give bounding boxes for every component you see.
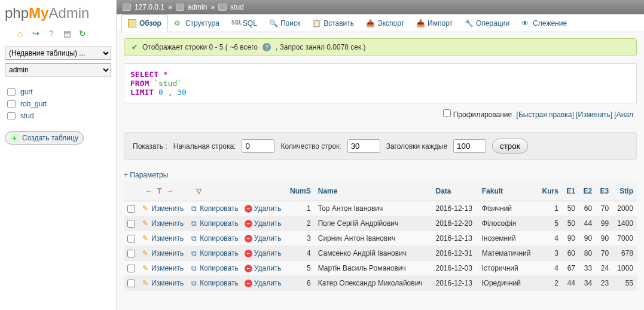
rows-button[interactable]: строк bbox=[492, 139, 527, 154]
delete-action[interactable]: –Удалить bbox=[245, 279, 282, 287]
cell-e2: 34 bbox=[579, 276, 596, 291]
create-table-button[interactable]: + Создать таблицу bbox=[5, 131, 84, 145]
col-fakult[interactable]: Fakult bbox=[478, 182, 538, 201]
cell-kurs: 5 bbox=[537, 216, 561, 231]
tab-insert[interactable]: Вставить bbox=[306, 14, 360, 32]
cell-e3: 23 bbox=[596, 276, 612, 291]
sort-left-icon[interactable]: ← bbox=[145, 187, 152, 195]
sql-icon[interactable]: ▤ bbox=[62, 29, 72, 38]
tab-tracking[interactable]: Слежение bbox=[515, 14, 573, 32]
sql-query: SELECT * FROM `stud` LIMIT 0 , 30 bbox=[124, 63, 637, 103]
headers-every-input[interactable] bbox=[453, 139, 486, 153]
delete-icon: – bbox=[245, 205, 252, 213]
cell-e3: 99 bbox=[596, 216, 612, 231]
bc-host[interactable]: 127.0.0.1 bbox=[135, 3, 164, 11]
database-select[interactable]: admin bbox=[5, 63, 111, 76]
cell-data: 2016-12-13 bbox=[432, 231, 478, 246]
edit-action[interactable]: ✎Изменить bbox=[141, 264, 184, 272]
tab-sql[interactable]: SQLSQL bbox=[225, 14, 263, 32]
copy-action[interactable]: ⧉Копировать bbox=[190, 204, 239, 213]
tab-operations[interactable]: Операции bbox=[459, 14, 515, 32]
copy-action[interactable]: ⧉Копировать bbox=[190, 264, 239, 272]
tab-structure[interactable]: Структура bbox=[168, 14, 225, 32]
help-icon[interactable]: ? bbox=[263, 43, 271, 51]
row-checkbox[interactable] bbox=[127, 205, 135, 213]
cell-stip: 1000 bbox=[612, 261, 637, 276]
col-kurs[interactable]: Kurs bbox=[537, 182, 561, 201]
logout-icon[interactable]: ↪ bbox=[31, 29, 41, 38]
success-message: ✔ Отображает строки 0 - 5 ( ~6 всего ? ,… bbox=[124, 38, 637, 56]
edit-link[interactable]: Изменить bbox=[578, 111, 611, 119]
help-icon[interactable]: ? bbox=[47, 29, 56, 38]
cell-e2: 80 bbox=[579, 246, 596, 261]
profiling-checkbox[interactable] bbox=[443, 109, 451, 117]
col-e1[interactable]: E1 bbox=[562, 182, 579, 201]
cell-data: 2016-12-13 bbox=[432, 201, 478, 216]
options-toggle[interactable]: + Параметры bbox=[124, 171, 637, 179]
plus-icon: + bbox=[10, 134, 19, 142]
row-checkbox[interactable] bbox=[127, 220, 135, 228]
tab-search[interactable]: Поиск bbox=[263, 14, 306, 32]
copy-action[interactable]: ⧉Копировать bbox=[190, 219, 239, 228]
cell-stip: 678 bbox=[612, 246, 637, 261]
bc-table[interactable]: stud bbox=[230, 3, 244, 11]
col-name[interactable]: Name bbox=[315, 182, 432, 201]
main: 127.0.0.1 » admin » stud Обзор Структура… bbox=[117, 0, 644, 310]
structure-icon bbox=[174, 19, 182, 27]
tree-item-rob-gurt[interactable]: rob_gurt bbox=[5, 98, 111, 110]
row-checkbox[interactable] bbox=[127, 250, 135, 257]
quick-edit-link[interactable]: Быстрая правка bbox=[518, 111, 572, 119]
delete-action[interactable]: –Удалить bbox=[245, 204, 282, 213]
col-data[interactable]: Data bbox=[432, 182, 478, 201]
edit-action[interactable]: ✎Изменить bbox=[141, 204, 184, 213]
start-row-input[interactable] bbox=[242, 139, 274, 153]
tree-item-stud[interactable]: stud bbox=[5, 110, 111, 122]
table-icon bbox=[218, 4, 227, 11]
cell-fakult: Історичний bbox=[478, 261, 538, 276]
delete-action[interactable]: –Удалить bbox=[245, 264, 282, 272]
row-checkbox[interactable] bbox=[127, 265, 135, 272]
row-checkbox[interactable] bbox=[127, 280, 135, 287]
reload-icon[interactable]: ↻ bbox=[78, 29, 87, 38]
delete-action[interactable]: –Удалить bbox=[245, 219, 282, 228]
delete-action[interactable]: –Удалить bbox=[245, 249, 282, 257]
search-icon bbox=[269, 19, 277, 27]
cell-kurs: 1 bbox=[537, 201, 561, 216]
copy-icon: ⧉ bbox=[190, 264, 198, 272]
data-table: ← T → ▽ NumS Name Data Fakult Kurs E1 E2 bbox=[124, 182, 637, 291]
edit-action[interactable]: ✎Изменить bbox=[141, 249, 184, 257]
cell-e1: 44 bbox=[562, 276, 579, 291]
cell-e1: 90 bbox=[562, 231, 579, 246]
tab-import[interactable]: Импорт bbox=[410, 14, 459, 32]
col-e2[interactable]: E2 bbox=[579, 182, 596, 201]
tree-item-gurt[interactable]: gurt bbox=[5, 86, 111, 98]
copy-action[interactable]: ⧉Копировать bbox=[190, 279, 239, 287]
copy-action[interactable]: ⧉Копировать bbox=[190, 234, 239, 243]
col-stip[interactable]: Stip bbox=[612, 182, 637, 201]
col-e3[interactable]: E3 bbox=[596, 182, 612, 201]
col-nums[interactable]: NumS bbox=[285, 182, 315, 201]
sort-indicator-icon[interactable]: ▽ bbox=[196, 187, 202, 195]
tab-browse[interactable]: Обзор bbox=[121, 14, 168, 32]
bc-db[interactable]: admin bbox=[188, 3, 207, 11]
home-icon[interactable]: ⌂ bbox=[16, 29, 25, 38]
recent-tables-select[interactable]: (Недавние таблицы) ... bbox=[5, 47, 111, 60]
cell-data: 2016-12-13 bbox=[432, 276, 478, 291]
tab-export[interactable]: Экспорт bbox=[360, 14, 410, 32]
row-checkbox[interactable] bbox=[127, 235, 135, 243]
pencil-icon: ✎ bbox=[141, 249, 149, 257]
delete-action[interactable]: –Удалить bbox=[245, 234, 282, 243]
cell-name: Мартін Василь Романович bbox=[315, 261, 432, 276]
cell-nums: 3 bbox=[285, 231, 315, 246]
copy-action[interactable]: ⧉Копировать bbox=[190, 249, 239, 257]
edit-action[interactable]: ✎Изменить bbox=[141, 279, 184, 287]
analyze-link[interactable]: Анал bbox=[616, 111, 633, 119]
edit-action[interactable]: ✎Изменить bbox=[141, 219, 184, 228]
edit-action[interactable]: ✎Изменить bbox=[141, 234, 184, 243]
logo[interactable]: phpMyAdmin bbox=[5, 5, 111, 22]
sort-t-icon[interactable]: T bbox=[157, 187, 161, 195]
browse-icon bbox=[128, 19, 136, 27]
sidebar-toolbar: ⌂ ↪ ? ▤ ↻ bbox=[5, 29, 111, 38]
sort-right-icon[interactable]: → bbox=[166, 187, 173, 195]
row-count-input[interactable] bbox=[347, 139, 380, 153]
